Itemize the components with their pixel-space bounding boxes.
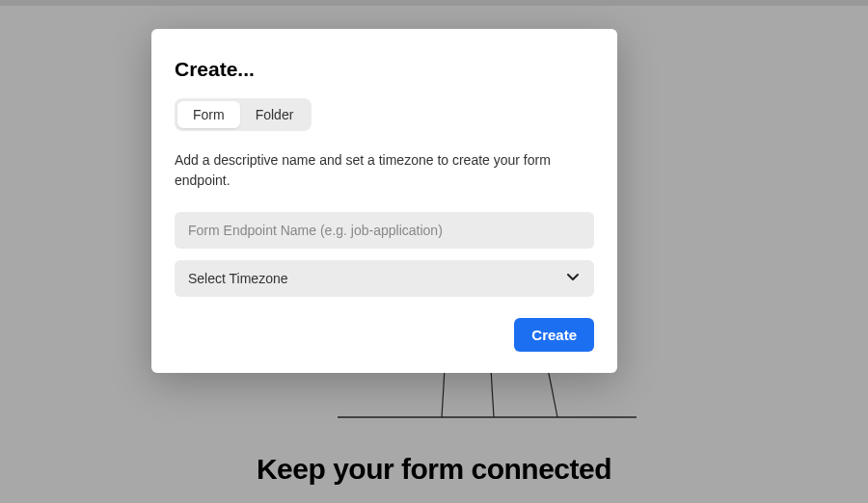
tab-toggle-group: Form Folder — [175, 98, 312, 131]
tab-form[interactable]: Form — [177, 101, 240, 128]
modal-description: Add a descriptive name and set a timezon… — [175, 150, 594, 191]
background-heading: Keep your form connected — [0, 453, 868, 486]
endpoint-name-input[interactable] — [175, 212, 594, 249]
timezone-select[interactable]: Select Timezone — [175, 260, 594, 297]
tab-folder[interactable]: Folder — [240, 101, 310, 128]
modal-title: Create... — [175, 58, 594, 81]
create-button[interactable]: Create — [514, 318, 594, 352]
timezone-select-wrapper: Select Timezone — [175, 260, 594, 297]
create-modal: Create... Form Folder Add a descriptive … — [151, 29, 617, 373]
modal-footer: Create — [175, 318, 594, 352]
